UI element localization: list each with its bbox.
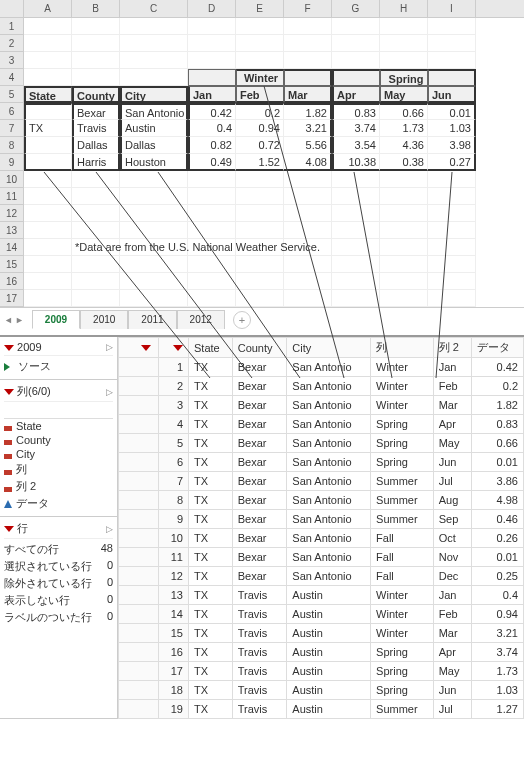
row-number[interactable]: 3 bbox=[159, 396, 189, 415]
cell[interactable] bbox=[380, 222, 428, 239]
grid-cell[interactable]: Nov bbox=[433, 548, 471, 567]
grid-cell[interactable]: May bbox=[433, 662, 471, 681]
row-marker[interactable] bbox=[119, 700, 159, 719]
cell[interactable] bbox=[332, 222, 380, 239]
cell[interactable] bbox=[24, 290, 72, 307]
cell[interactable] bbox=[188, 52, 236, 69]
cell[interactable]: Winter bbox=[188, 69, 236, 86]
cell[interactable] bbox=[284, 256, 332, 273]
grid-cell[interactable]: San Antonio bbox=[287, 472, 371, 491]
grid-cell[interactable]: Bexar bbox=[232, 377, 287, 396]
grid-cell[interactable]: TX bbox=[189, 377, 233, 396]
row-marker[interactable] bbox=[119, 510, 159, 529]
cell[interactable] bbox=[332, 188, 380, 205]
disclosure-icon[interactable] bbox=[173, 345, 183, 351]
grid-row[interactable]: 1TXBexarSan AntonioWinterJan0.42 bbox=[119, 358, 524, 377]
row-number[interactable]: 10 bbox=[159, 529, 189, 548]
grid-cell[interactable]: TX bbox=[189, 700, 233, 719]
grid-cell[interactable]: Summer bbox=[371, 510, 434, 529]
cell[interactable] bbox=[284, 171, 332, 188]
cell[interactable] bbox=[188, 222, 236, 239]
column-item[interactable]: County bbox=[4, 433, 113, 447]
cell[interactable] bbox=[188, 205, 236, 222]
cell[interactable] bbox=[24, 137, 72, 154]
grid-col-header[interactable]: 列 2 bbox=[433, 338, 471, 358]
grid-cell[interactable]: 3.86 bbox=[471, 472, 523, 491]
cell[interactable] bbox=[236, 290, 284, 307]
cell[interactable] bbox=[236, 222, 284, 239]
cell[interactable] bbox=[24, 222, 72, 239]
row-header[interactable]: 2 bbox=[0, 35, 24, 52]
cell[interactable] bbox=[72, 273, 120, 290]
cell[interactable]: 0.72 bbox=[236, 137, 284, 154]
grid-cell[interactable]: Winter bbox=[371, 358, 434, 377]
cell[interactable] bbox=[120, 222, 188, 239]
grid-cell[interactable]: Travis bbox=[232, 681, 287, 700]
row-header[interactable]: 10 bbox=[0, 171, 24, 188]
grid-cell[interactable]: Feb bbox=[433, 605, 471, 624]
row-number[interactable]: 11 bbox=[159, 548, 189, 567]
cell[interactable] bbox=[120, 35, 188, 52]
grid-cell[interactable]: Bexar bbox=[232, 434, 287, 453]
row-header[interactable]: 12 bbox=[0, 205, 24, 222]
row-marker[interactable] bbox=[119, 529, 159, 548]
grid-cell[interactable]: TX bbox=[189, 453, 233, 472]
grid-cell[interactable]: May bbox=[433, 434, 471, 453]
cell[interactable] bbox=[380, 256, 428, 273]
cell[interactable] bbox=[72, 290, 120, 307]
cell[interactable]: Dallas bbox=[72, 137, 120, 154]
row-header[interactable]: 7 bbox=[0, 120, 24, 137]
cell[interactable]: 0.49 bbox=[188, 154, 236, 171]
grid-col-header[interactable]: データ bbox=[471, 338, 523, 358]
cell[interactable] bbox=[24, 188, 72, 205]
grid-cell[interactable]: Feb bbox=[433, 377, 471, 396]
table-name[interactable]: 2009 bbox=[17, 341, 41, 353]
cell[interactable] bbox=[380, 52, 428, 69]
cell[interactable] bbox=[24, 154, 72, 171]
grid-cell[interactable]: San Antonio bbox=[287, 434, 371, 453]
grid-cell[interactable]: Bexar bbox=[232, 396, 287, 415]
column-item[interactable]: 列 bbox=[4, 461, 113, 478]
cell[interactable]: Apr bbox=[332, 86, 380, 103]
col-header[interactable]: A bbox=[24, 0, 72, 17]
grid-cell[interactable]: Dec bbox=[433, 567, 471, 586]
grid-cell[interactable]: Jun bbox=[433, 681, 471, 700]
cell[interactable] bbox=[428, 171, 476, 188]
row-marker[interactable] bbox=[119, 681, 159, 700]
grid-cell[interactable]: TX bbox=[189, 624, 233, 643]
cell[interactable]: 1.73 bbox=[380, 120, 428, 137]
row-stat[interactable]: すべての行48 bbox=[4, 541, 113, 558]
grid-cell[interactable]: TX bbox=[189, 681, 233, 700]
grid-cell[interactable]: Austin bbox=[287, 700, 371, 719]
row-header[interactable]: 13 bbox=[0, 222, 24, 239]
grid-cell[interactable]: TX bbox=[189, 548, 233, 567]
panel-menu-icon[interactable]: ▷ bbox=[106, 387, 113, 397]
row-header[interactable]: 6 bbox=[0, 103, 24, 120]
cell[interactable] bbox=[120, 188, 188, 205]
col-header[interactable]: G bbox=[332, 0, 380, 17]
grid-cell[interactable]: Jul bbox=[433, 472, 471, 491]
cell[interactable] bbox=[24, 35, 72, 52]
cell[interactable]: 5.56 bbox=[284, 137, 332, 154]
grid-cell[interactable]: Bexar bbox=[232, 491, 287, 510]
grid-cell[interactable]: Bexar bbox=[232, 548, 287, 567]
cell[interactable]: 1.52 bbox=[236, 154, 284, 171]
cell[interactable] bbox=[428, 273, 476, 290]
grid-col-header[interactable]: State bbox=[189, 338, 233, 358]
cell[interactable] bbox=[332, 290, 380, 307]
cell[interactable] bbox=[72, 222, 120, 239]
grid-cell[interactable]: TX bbox=[189, 662, 233, 681]
cell[interactable] bbox=[428, 205, 476, 222]
grid-cell[interactable]: Winter bbox=[371, 586, 434, 605]
cell[interactable]: County bbox=[72, 86, 120, 103]
row-marker[interactable] bbox=[119, 472, 159, 491]
grid-cell[interactable]: Bexar bbox=[232, 510, 287, 529]
cell[interactable]: 0.38 bbox=[380, 154, 428, 171]
grid-cell[interactable]: Summer bbox=[371, 700, 434, 719]
grid-cell[interactable]: Fall bbox=[371, 529, 434, 548]
row-marker[interactable] bbox=[119, 548, 159, 567]
cell[interactable] bbox=[284, 222, 332, 239]
cell[interactable]: Jan bbox=[188, 86, 236, 103]
row-number[interactable]: 5 bbox=[159, 434, 189, 453]
grid-row[interactable]: 8TXBexarSan AntonioSummerAug4.98 bbox=[119, 491, 524, 510]
